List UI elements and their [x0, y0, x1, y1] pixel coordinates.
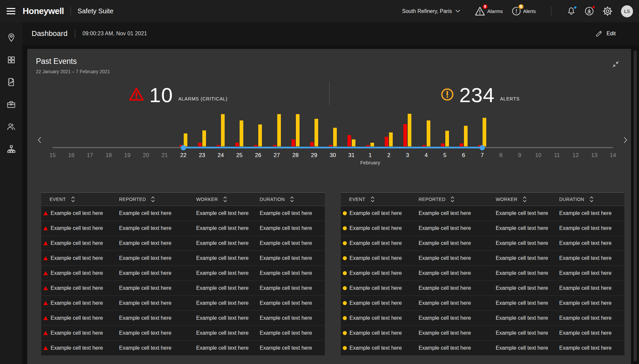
scrollbar[interactable] — [634, 51, 637, 361]
table-row[interactable]: Example cell text hereExample cell text … — [41, 296, 325, 311]
alerts-bar — [240, 120, 243, 146]
chart-day-23[interactable]: 23 — [193, 112, 211, 169]
table-row[interactable]: Example cell text hereExample cell text … — [41, 281, 325, 296]
column-header-event[interactable]: EVENT — [41, 196, 111, 202]
table-cell: Example cell text here — [251, 300, 325, 306]
day-bars — [403, 112, 411, 146]
range-end-handle[interactable] — [480, 145, 485, 150]
notifications-button[interactable] — [567, 7, 576, 16]
table-row[interactable]: Example cell text hereExample cell text … — [341, 296, 624, 311]
chart-day-9[interactable]: 9 — [510, 112, 529, 169]
column-header-reported[interactable]: REPORTED — [410, 196, 488, 202]
chart-day-29[interactable]: 29 — [305, 112, 323, 169]
downloads-button[interactable] — [584, 6, 594, 16]
menu-icon[interactable] — [7, 8, 15, 14]
table-row[interactable]: Example cell text hereExample cell text … — [41, 206, 325, 221]
chart-day-5[interactable]: 5 — [436, 112, 454, 169]
chart-day-14[interactable]: 14 — [604, 112, 622, 169]
table-row[interactable]: Example cell text hereExample cell text … — [41, 236, 325, 251]
chart-day-16[interactable]: 16 — [62, 112, 81, 169]
table-cell: Example cell text here — [341, 240, 410, 246]
chart-day-6[interactable]: 6 — [454, 112, 473, 169]
sort-icon[interactable] — [71, 196, 75, 202]
chart-day-22[interactable]: 22 — [174, 112, 193, 169]
column-header-duration[interactable]: DURATION — [251, 196, 325, 202]
column-header-reported[interactable]: REPORTED — [111, 196, 188, 202]
column-header-event[interactable]: EVENT — [341, 196, 410, 202]
user-avatar[interactable]: LS — [621, 5, 633, 17]
sort-icon[interactable] — [590, 196, 593, 202]
sidebar-item-hierarchy[interactable] — [0, 138, 22, 160]
table-cell: Example cell text here — [251, 225, 325, 231]
range-start-handle[interactable] — [181, 145, 186, 150]
table-row[interactable]: Example cell text hereExample cell text … — [341, 236, 624, 251]
chart-day-26[interactable]: 26 — [249, 112, 267, 169]
table-row[interactable]: Example cell text hereExample cell text … — [341, 281, 624, 296]
table-row[interactable]: Example cell text hereExample cell text … — [341, 251, 624, 266]
chart-day-11[interactable]: 11 — [547, 112, 566, 169]
table-row[interactable]: Example cell text hereExample cell text … — [41, 341, 325, 356]
chart-day-4[interactable]: 4 — [417, 112, 436, 169]
chart-day-21[interactable]: 21 — [155, 112, 174, 169]
sidebar-item-reports[interactable] — [0, 71, 22, 93]
table-row[interactable]: Example cell text hereExample cell text … — [341, 341, 624, 356]
table-row[interactable]: Example cell text hereExample cell text … — [41, 266, 325, 281]
chart-day-30[interactable]: 30 — [323, 112, 342, 169]
day-bars — [478, 112, 486, 146]
sidebar-item-locations[interactable] — [0, 26, 22, 49]
edit-button[interactable]: Edit — [595, 30, 616, 37]
sort-icon[interactable] — [290, 196, 294, 202]
table-row[interactable]: Example cell text hereExample cell text … — [41, 326, 325, 341]
column-header-worker[interactable]: WORKER — [487, 196, 551, 202]
chart-day-7[interactable]: 7 — [473, 112, 492, 169]
timeline-next-button[interactable] — [622, 135, 629, 146]
table-row[interactable]: Example cell text hereExample cell text … — [341, 266, 624, 281]
chart-day-3[interactable]: 3 — [398, 112, 417, 169]
table-row[interactable]: Example cell text hereExample cell text … — [341, 326, 624, 341]
column-header-duration[interactable]: DURATION — [551, 196, 624, 202]
site-selector[interactable]: South Refinery, Paris — [402, 8, 460, 14]
column-header-worker[interactable]: WORKER — [188, 196, 251, 202]
sidebar-item-equipment[interactable] — [0, 93, 22, 115]
table-row[interactable]: Example cell text hereExample cell text … — [341, 206, 624, 221]
chart-day-12[interactable]: 12 — [566, 112, 585, 169]
sidebar-item-dashboard[interactable] — [0, 49, 22, 71]
table-row[interactable]: Example cell text hereExample cell text … — [41, 311, 325, 326]
table-cell: Example cell text here — [251, 315, 325, 321]
table-row[interactable]: Example cell text hereExample cell text … — [341, 221, 624, 236]
table-row[interactable]: Example cell text hereExample cell text … — [341, 311, 624, 326]
chart-day-15[interactable]: 15 — [43, 112, 62, 169]
sort-icon[interactable] — [371, 196, 374, 202]
chart-day-25[interactable]: 25 — [230, 112, 249, 169]
alerts-button[interactable]: 9 Alerts — [512, 6, 536, 16]
alarms-bar — [366, 145, 370, 146]
sort-icon[interactable] — [223, 196, 227, 202]
chart-day-8[interactable]: 8 — [492, 112, 510, 169]
chart-day-27[interactable]: 27 — [268, 112, 286, 169]
chart-day-10[interactable]: 10 — [529, 112, 547, 169]
sort-icon[interactable] — [451, 196, 454, 202]
table-cell: Example cell text here — [410, 270, 488, 276]
sort-icon[interactable] — [523, 196, 527, 202]
table-cell: Example cell text here — [111, 285, 188, 291]
chart-day-1[interactable]: 1February — [361, 112, 379, 169]
chart-day-13[interactable]: 13 — [585, 112, 604, 169]
sidebar-item-workers[interactable] — [0, 115, 22, 138]
collapse-widget-button[interactable] — [612, 61, 619, 69]
chart-day-20[interactable]: 20 — [137, 112, 155, 169]
chart-day-31[interactable]: 31 — [342, 112, 361, 169]
table-row[interactable]: Example cell text hereExample cell text … — [41, 251, 325, 266]
chart-day-17[interactable]: 17 — [81, 112, 99, 169]
chart-day-19[interactable]: 19 — [118, 112, 137, 169]
alarms-bar — [292, 139, 295, 146]
sort-icon[interactable] — [151, 196, 155, 202]
table-row[interactable]: Example cell text hereExample cell text … — [41, 221, 325, 236]
table-header-row: EVENTREPORTEDWORKERDURATION — [341, 193, 624, 206]
timeline-prev-button[interactable] — [36, 135, 43, 146]
settings-button[interactable] — [603, 6, 612, 16]
chart-day-18[interactable]: 18 — [99, 112, 118, 169]
chart-day-24[interactable]: 24 — [211, 112, 230, 169]
chart-day-2[interactable]: 2 — [379, 112, 398, 169]
alarms-button[interactable]: 9 Alarms — [475, 6, 503, 16]
chart-day-28[interactable]: 28 — [286, 112, 305, 169]
